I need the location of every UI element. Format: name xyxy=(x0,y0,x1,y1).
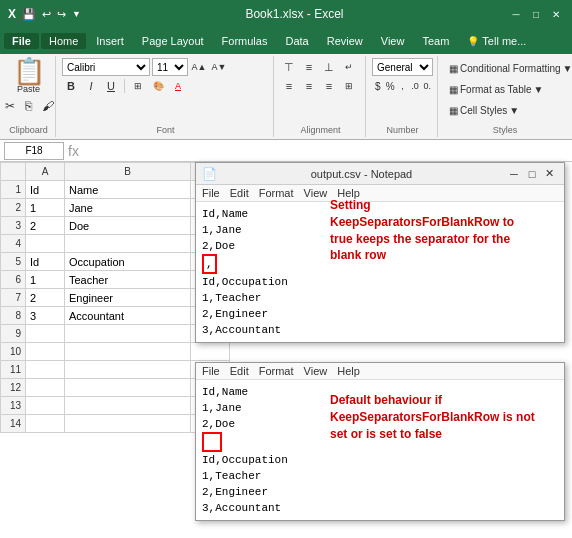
menu-view[interactable]: View xyxy=(373,33,413,49)
row-9-header[interactable]: 9 xyxy=(1,325,26,343)
underline-btn[interactable]: U xyxy=(102,77,120,95)
cell-a12[interactable] xyxy=(26,379,65,397)
formula-input[interactable] xyxy=(83,142,568,160)
row-5-header[interactable]: 5 xyxy=(1,253,26,271)
notepad-1-maximize[interactable]: □ xyxy=(524,166,540,182)
cell-a6[interactable]: 1 xyxy=(26,271,65,289)
row-12-header[interactable]: 12 xyxy=(1,379,26,397)
menu-tell-me[interactable]: 💡Tell me... xyxy=(459,33,534,49)
wrap-text-btn[interactable]: ↵ xyxy=(340,58,358,76)
customize-icon[interactable]: ▼ xyxy=(72,9,81,19)
cell-a14[interactable] xyxy=(26,415,65,433)
col-a-header[interactable]: A xyxy=(26,163,65,181)
border-btn[interactable]: ⊞ xyxy=(129,77,147,95)
italic-btn[interactable]: I xyxy=(82,77,100,95)
cell-c10[interactable] xyxy=(191,343,230,361)
notepad-2-menu-file[interactable]: File xyxy=(202,365,220,377)
comma-btn[interactable]: , xyxy=(397,77,408,95)
align-right-btn[interactable]: ≡ xyxy=(320,77,338,95)
decrease-decimal-btn[interactable]: 0. xyxy=(422,77,433,95)
menu-data[interactable]: Data xyxy=(277,33,316,49)
notepad-2-menu-edit[interactable]: Edit xyxy=(230,365,249,377)
cell-styles-btn[interactable]: ▦ Cell Styles ▼ xyxy=(444,100,524,120)
menu-file[interactable]: File xyxy=(4,33,39,49)
menu-insert[interactable]: Insert xyxy=(88,33,132,49)
name-box[interactable] xyxy=(4,142,64,160)
cell-a9[interactable] xyxy=(26,325,65,343)
number-format-select[interactable]: General xyxy=(372,58,433,76)
notepad-2-menu-format[interactable]: Format xyxy=(259,365,294,377)
decrease-font-btn[interactable]: A▼ xyxy=(210,58,228,76)
cell-b10[interactable] xyxy=(64,343,190,361)
row-4-header[interactable]: 4 xyxy=(1,235,26,253)
row-13-header[interactable]: 13 xyxy=(1,397,26,415)
format-as-table-btn[interactable]: ▦ Format as Table ▼ xyxy=(444,79,548,99)
font-color-btn[interactable]: A xyxy=(169,77,187,95)
increase-decimal-btn[interactable]: .0 xyxy=(409,77,420,95)
cell-b12[interactable] xyxy=(64,379,190,397)
row-14-header[interactable]: 14 xyxy=(1,415,26,433)
cell-b13[interactable] xyxy=(64,397,190,415)
notepad-1-close[interactable]: ✕ xyxy=(542,166,558,182)
menu-review[interactable]: Review xyxy=(319,33,371,49)
notepad-1-menu-file[interactable]: File xyxy=(202,187,220,199)
fill-color-btn[interactable]: 🎨 xyxy=(149,77,167,95)
cell-b9[interactable] xyxy=(64,325,190,343)
cell-b1[interactable]: Name xyxy=(64,181,190,199)
copy-btn[interactable]: ⎘ xyxy=(20,97,38,115)
row-11-header[interactable]: 11 xyxy=(1,361,26,379)
cell-a2[interactable]: 1 xyxy=(26,199,65,217)
cell-b11[interactable] xyxy=(64,361,190,379)
align-top-btn[interactable]: ⊤ xyxy=(280,58,298,76)
cell-a4[interactable] xyxy=(26,235,65,253)
notepad-2-menu-help[interactable]: Help xyxy=(337,365,360,377)
cell-a11[interactable] xyxy=(26,361,65,379)
cell-a13[interactable] xyxy=(26,397,65,415)
merge-btn[interactable]: ⊞ xyxy=(340,77,358,95)
cell-b6[interactable]: Teacher xyxy=(64,271,190,289)
paste-button[interactable]: 📋 Paste xyxy=(13,58,45,94)
cell-b2[interactable]: Jane xyxy=(64,199,190,217)
cell-b5[interactable]: Occupation xyxy=(64,253,190,271)
cell-a7[interactable]: 2 xyxy=(26,289,65,307)
bold-btn[interactable]: B xyxy=(62,77,80,95)
redo-icon[interactable]: ↪ xyxy=(57,8,66,21)
cell-a5[interactable]: Id xyxy=(26,253,65,271)
cut-btn[interactable]: ✂ xyxy=(1,97,19,115)
currency-btn[interactable]: $ xyxy=(372,77,383,95)
align-left-btn[interactable]: ≡ xyxy=(280,77,298,95)
notepad-1-menu-edit[interactable]: Edit xyxy=(230,187,249,199)
row-6-header[interactable]: 6 xyxy=(1,271,26,289)
cell-b4[interactable] xyxy=(64,235,190,253)
align-bottom-btn[interactable]: ⊥ xyxy=(320,58,338,76)
format-painter-btn[interactable]: 🖌 xyxy=(39,97,57,115)
row-1-header[interactable]: 1 xyxy=(1,181,26,199)
notepad-1-menu-format[interactable]: Format xyxy=(259,187,294,199)
align-center-btn[interactable]: ≡ xyxy=(300,77,318,95)
cell-b7[interactable]: Engineer xyxy=(64,289,190,307)
save-icon[interactable]: 💾 xyxy=(22,8,36,21)
font-size-select[interactable]: 11 xyxy=(152,58,188,76)
cell-a1[interactable]: Id xyxy=(26,181,65,199)
notepad-2-menu-view[interactable]: View xyxy=(304,365,328,377)
conditional-formatting-btn[interactable]: ▦ Conditional Formatting ▼ xyxy=(444,58,572,78)
undo-icon[interactable]: ↩ xyxy=(42,8,51,21)
align-middle-btn[interactable]: ≡ xyxy=(300,58,318,76)
row-8-header[interactable]: 8 xyxy=(1,307,26,325)
cell-a3[interactable]: 2 xyxy=(26,217,65,235)
cell-a8[interactable]: 3 xyxy=(26,307,65,325)
percent-btn[interactable]: % xyxy=(384,77,395,95)
row-7-header[interactable]: 7 xyxy=(1,289,26,307)
minimize-btn[interactable]: ─ xyxy=(508,6,524,22)
row-2-header[interactable]: 2 xyxy=(1,199,26,217)
menu-team[interactable]: Team xyxy=(414,33,457,49)
menu-formulas[interactable]: Formulas xyxy=(214,33,276,49)
menu-home[interactable]: Home xyxy=(41,33,86,49)
row-10-header[interactable]: 10 xyxy=(1,343,26,361)
maximize-btn[interactable]: □ xyxy=(528,6,544,22)
close-btn[interactable]: ✕ xyxy=(548,6,564,22)
col-b-header[interactable]: B xyxy=(64,163,190,181)
menu-page-layout[interactable]: Page Layout xyxy=(134,33,212,49)
font-name-select[interactable]: Calibri xyxy=(62,58,150,76)
increase-font-btn[interactable]: A▲ xyxy=(190,58,208,76)
